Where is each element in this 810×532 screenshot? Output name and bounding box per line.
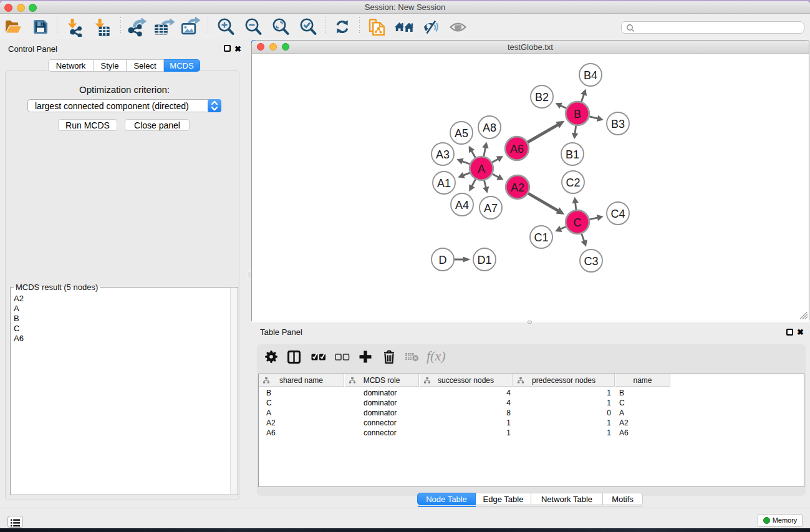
svg-text:A3: A3 <box>436 148 450 161</box>
svg-text:A2: A2 <box>511 181 524 194</box>
svg-text:B3: B3 <box>611 118 625 130</box>
svg-text:A5: A5 <box>455 127 468 140</box>
svg-text:C4: C4 <box>610 208 625 220</box>
svg-text:B2: B2 <box>535 91 549 104</box>
svg-text:D: D <box>439 254 447 266</box>
svg-text:A7: A7 <box>484 202 498 215</box>
svg-text:A: A <box>478 163 485 175</box>
svg-text:A1: A1 <box>437 177 451 190</box>
svg-text:A6: A6 <box>510 143 524 155</box>
svg-text:C: C <box>574 216 582 229</box>
svg-text:D1: D1 <box>477 254 491 266</box>
svg-text:A8: A8 <box>483 122 496 134</box>
svg-text:A4: A4 <box>455 199 469 211</box>
svg-text:C3: C3 <box>584 255 598 268</box>
svg-text:C2: C2 <box>566 177 580 189</box>
svg-text:B1: B1 <box>566 148 579 161</box>
svg-text:C1: C1 <box>534 231 548 244</box>
svg-text:B4: B4 <box>584 69 597 82</box>
svg-text:B: B <box>574 108 581 120</box>
